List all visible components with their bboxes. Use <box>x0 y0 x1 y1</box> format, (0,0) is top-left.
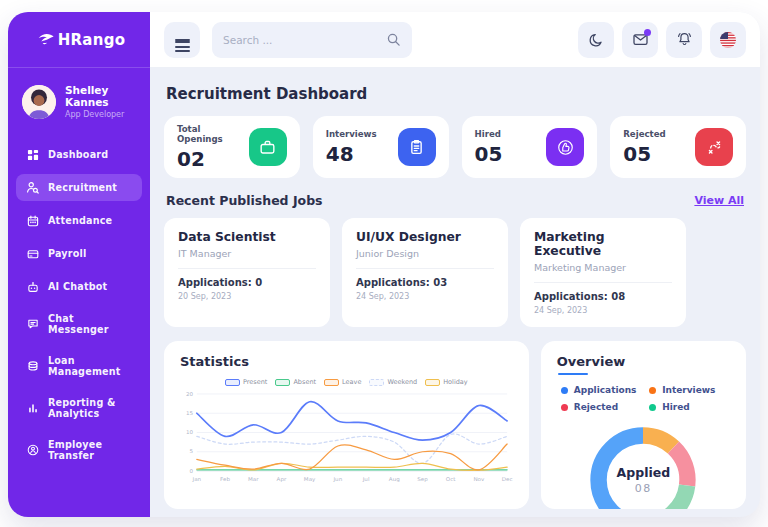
statistics-title: Statistics <box>180 354 513 369</box>
sidebar-item-reporting-analytics[interactable]: Reporting & Analytics <box>16 390 142 426</box>
profile-name: Shelley Kannes <box>65 84 136 108</box>
legend-dot <box>561 404 568 411</box>
sidebar-item-chat-messenger[interactable]: Chat Messenger <box>16 306 142 342</box>
user-profile[interactable]: Shelley Kannes App Developer <box>8 68 150 127</box>
sidebar-nav: Dashboard Recruitment Attendance Payroll… <box>8 141 150 468</box>
view-all-link[interactable]: View All <box>694 194 744 207</box>
calendar-icon <box>26 214 39 227</box>
legend-item-hired[interactable]: Hired <box>649 402 726 412</box>
notifications-button[interactable] <box>666 22 702 58</box>
stat-value: 05 <box>475 142 503 166</box>
sidebar: HRango Shelley Kannes App Developer Dash… <box>8 12 150 517</box>
legend-label: Weekend <box>387 378 417 386</box>
legend-item-weekend[interactable]: Weekend <box>369 378 417 386</box>
job-title: UI/UX Designer <box>356 230 494 244</box>
legend-item-holiday[interactable]: Holiday <box>425 378 467 386</box>
stat-label: Interviews <box>326 129 377 139</box>
sidebar-item-label: AI Chatbot <box>48 281 107 292</box>
sidebar-item-label: Payroll <box>48 248 87 259</box>
person-circle-icon <box>26 444 39 457</box>
sidebar-item-label: Loan Management <box>48 355 132 377</box>
legend-item-rejected[interactable]: Rejected <box>561 402 649 412</box>
brand-logo: HRango <box>8 12 150 68</box>
sidebar-item-payroll[interactable]: Payroll <box>16 240 142 267</box>
sidebar-item-ai-chatbot[interactable]: AI Chatbot <box>16 273 142 300</box>
sidebar-item-label: Employee Transfer <box>48 439 132 461</box>
legend-label: Rejected <box>574 402 618 412</box>
job-card-marketing-executive[interactable]: Marketing Executive Marketing Manager Ap… <box>520 218 686 327</box>
stat-label: Hired <box>475 129 503 139</box>
legend-item-interviews[interactable]: Interviews <box>649 385 726 395</box>
svg-text:Dec: Dec <box>502 477 513 483</box>
bar-chart-icon <box>26 402 39 415</box>
svg-text:20: 20 <box>186 391 194 397</box>
legend-dot <box>649 387 656 394</box>
donut-center-value: 08 <box>635 482 652 495</box>
app-window: HRango Shelley Kannes App Developer Dash… <box>8 12 760 517</box>
donut-chart: Applied 08 <box>585 422 701 509</box>
svg-text:Mar: Mar <box>248 477 259 483</box>
legend-dot <box>649 404 656 411</box>
legend-swatch <box>324 379 339 386</box>
wing-icon <box>33 31 55 49</box>
clipboard-icon <box>398 128 436 166</box>
search-icon <box>386 32 401 47</box>
content-column: Recruitment Dashboard Total Openings 02 … <box>150 12 760 517</box>
legend-label: Applications <box>574 385 637 395</box>
legend-item-absent[interactable]: Absent <box>275 378 316 386</box>
job-card-data-scientist[interactable]: Data Scientist IT Manager Applications: … <box>164 218 330 327</box>
legend-label: Interviews <box>662 385 715 395</box>
legend-item-leave[interactable]: Leave <box>324 378 361 386</box>
svg-text:Apr: Apr <box>277 477 287 484</box>
job-applications: Applications: 08 <box>534 291 672 302</box>
sidebar-item-employee-transfer[interactable]: Employee Transfer <box>16 432 142 468</box>
unread-badge <box>644 29 651 36</box>
donut-center-label: Applied <box>617 465 671 480</box>
legend-item-present[interactable]: Present <box>225 378 267 386</box>
sidebar-item-loan-management[interactable]: Loan Management <box>16 348 142 384</box>
series-leave <box>197 444 507 470</box>
hamburger-menu-button[interactable] <box>164 22 200 58</box>
messages-button[interactable] <box>622 22 658 58</box>
divider <box>356 268 494 269</box>
overview-card: Overview Applications Interviews <box>541 341 746 509</box>
sidebar-item-attendance[interactable]: Attendance <box>16 207 142 234</box>
jobs-section-title: Recent Published Jobs <box>166 193 323 208</box>
legend-item-applications[interactable]: Applications <box>561 385 649 395</box>
stat-card-rejected: Rejected 05 <box>610 116 746 178</box>
svg-text:15: 15 <box>186 410 193 416</box>
dark-mode-button[interactable] <box>578 22 614 58</box>
overview-title: Overview <box>557 354 730 369</box>
search-input[interactable] <box>223 34 386 46</box>
legend-label: Absent <box>293 378 316 386</box>
svg-text:Jan: Jan <box>191 477 201 484</box>
legend-swatch <box>275 379 290 386</box>
language-button[interactable] <box>710 22 746 58</box>
job-subtitle: IT Manager <box>178 248 316 259</box>
svg-text:Jul: Jul <box>362 477 370 484</box>
line-chart: 05101520JanFebMarAprMayJunJulAugSepOctNo… <box>180 387 513 485</box>
wallet-icon <box>26 247 39 260</box>
svg-text:Jun: Jun <box>332 477 342 484</box>
statistics-legend: PresentAbsentLeaveWeekendHoliday <box>180 378 513 386</box>
brand-name: HRango <box>58 31 126 49</box>
legend-label: Holiday <box>443 378 467 386</box>
us-flag-icon <box>719 31 737 49</box>
svg-text:May: May <box>304 477 316 484</box>
job-date: 20 Sep, 2023 <box>178 292 316 301</box>
statistics-card: Statistics PresentAbsentLeaveWeekendHoli… <box>164 341 529 509</box>
svg-text:5: 5 <box>190 449 194 455</box>
sidebar-item-dashboard[interactable]: Dashboard <box>16 141 142 168</box>
title-underline <box>558 373 588 375</box>
overview-legend: Applications Interviews Rejected Hi <box>557 385 730 412</box>
svg-text:0: 0 <box>190 468 194 474</box>
sidebar-item-recruitment[interactable]: Recruitment <box>16 174 142 201</box>
job-date: 24 Sep, 2023 <box>534 306 672 315</box>
sidebar-item-label: Recruitment <box>48 182 117 193</box>
profile-role: App Developer <box>65 110 136 119</box>
job-subtitle: Marketing Manager <box>534 262 672 273</box>
job-card-uiux-designer[interactable]: UI/UX Designer Junior Design Application… <box>342 218 508 327</box>
legend-label: Hired <box>662 402 690 412</box>
person-search-icon <box>26 181 39 194</box>
thumbs-up-icon <box>546 128 584 166</box>
